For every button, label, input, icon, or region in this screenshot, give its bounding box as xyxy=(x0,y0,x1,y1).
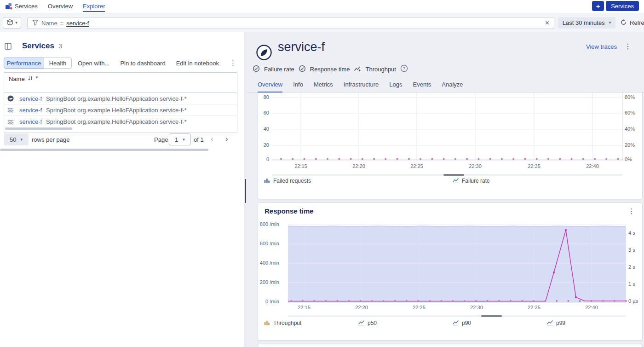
y-axis-tick: 80 xyxy=(258,94,269,101)
app-logo-icon[interactable] xyxy=(4,2,14,11)
y2-axis-tick: 60% xyxy=(625,110,635,116)
detail-menu-button[interactable]: ⋮ xyxy=(624,42,632,51)
sparkline-icon xyxy=(354,65,361,74)
metric-chips: Failure rate Response time Throughput ? xyxy=(253,64,408,74)
legend-item[interactable]: Failure rate xyxy=(453,177,547,185)
query-filter-input[interactable]: Name = service-f × xyxy=(27,17,554,29)
service-title: service-f xyxy=(278,40,325,54)
table-row[interactable]: service-f SpringBoot org.example.HelloFA… xyxy=(4,104,237,116)
x-axis-tick: 22:15 xyxy=(292,163,310,170)
tab-info[interactable]: Info xyxy=(293,81,303,92)
tab-analyze[interactable]: Analyze xyxy=(442,81,463,92)
tab-health[interactable]: Health xyxy=(44,58,72,69)
service-link[interactable]: service-f xyxy=(19,118,44,125)
add-button[interactable]: + xyxy=(592,1,604,11)
service-icon xyxy=(256,44,272,61)
refresh-button[interactable]: Refresh xyxy=(620,17,644,29)
tab-performance[interactable]: Performance xyxy=(4,58,44,69)
clear-filter-button[interactable]: × xyxy=(545,19,549,27)
chart-scrollbar-thumb[interactable] xyxy=(481,315,502,317)
next-page-button[interactable]: › xyxy=(225,134,228,144)
column-name-header[interactable]: Name xyxy=(9,75,25,82)
previous-page-button[interactable]: ‹ xyxy=(211,134,213,144)
x-axis-tick: 22:35 xyxy=(525,304,543,311)
open-with-button[interactable]: Open with... xyxy=(78,60,109,67)
nav-explorer[interactable]: Explorer xyxy=(83,1,105,12)
legend-item[interactable]: p90 xyxy=(453,319,547,327)
chevron-down-icon: ▾ xyxy=(20,138,23,142)
tab-metrics[interactable]: Metrics xyxy=(314,81,333,92)
y-axis-tick: 400 /min xyxy=(258,260,279,266)
tab-infrastructure[interactable]: Infrastructure xyxy=(344,81,379,92)
chart-scrollbar-thumb[interactable] xyxy=(443,174,464,176)
chip-response-time[interactable]: Response time xyxy=(299,65,350,74)
line-chart-icon xyxy=(358,319,364,327)
resize-handle[interactable] xyxy=(245,179,246,203)
time-range-dropdown[interactable]: Last 30 minutes ▾ xyxy=(558,17,615,29)
y-axis-tick: 200 /min xyxy=(258,279,279,286)
x-axis-tick: 22:25 xyxy=(408,163,426,170)
tab-events[interactable]: Events xyxy=(413,81,431,92)
table-row[interactable]: service-f SpringBoot org.example.HelloFA… xyxy=(4,116,237,127)
panel-horizontal-scrollbar[interactable] xyxy=(0,149,208,151)
chip-label: Failure rate xyxy=(264,66,294,73)
x-axis-tick: 22:30 xyxy=(466,163,484,170)
services-list-panel: Services 3 Performance Health Open with.… xyxy=(0,32,244,347)
y-axis-tick: 40 xyxy=(258,126,269,133)
filter-field: Name xyxy=(41,20,58,27)
tab-logs[interactable]: Logs xyxy=(389,81,402,92)
chevron-down-icon: ▾ xyxy=(15,21,17,25)
table-row[interactable]: service-f SpringBoot org.example.HelloFA… xyxy=(4,93,237,104)
help-icon[interactable]: ? xyxy=(400,64,408,74)
chevron-down-icon: ▾ xyxy=(183,138,185,142)
detail-tabs: Overview Info Metrics Infrastructure Log… xyxy=(247,77,644,93)
filter-icon xyxy=(32,19,39,27)
chip-failure-rate[interactable]: Failure rate xyxy=(253,65,294,74)
panel-title: Services xyxy=(22,41,54,51)
rows-per-page-label: rows per page xyxy=(32,136,69,143)
chip-throughput[interactable]: Throughput xyxy=(354,65,396,74)
sort-icon[interactable] xyxy=(28,75,33,82)
svg-text:?: ? xyxy=(403,66,405,71)
page-number-select[interactable]: 1 ▾ xyxy=(169,133,191,145)
page-size-select[interactable]: 50 ▾ xyxy=(4,133,29,145)
x-axis-tick: 22:35 xyxy=(525,163,543,170)
edit-in-notebook-button[interactable]: Edit in notebook xyxy=(176,60,219,67)
chip-label: Throughput xyxy=(365,66,396,73)
view-traces-link[interactable]: View traces xyxy=(586,43,617,50)
response-time-plot[interactable] xyxy=(288,225,626,304)
nav-services[interactable]: Services xyxy=(15,1,38,12)
chevron-down-icon: ▾ xyxy=(609,21,611,25)
service-link[interactable]: service-f xyxy=(19,107,44,114)
service-link[interactable]: service-f xyxy=(19,95,44,102)
legend-item[interactable]: Throughput xyxy=(264,319,358,327)
app: Services Overview Explorer + Services ▾ … xyxy=(0,0,644,347)
y2-axis-tick: 0 µs xyxy=(628,298,638,305)
table-horizontal-scrollbar[interactable] xyxy=(5,127,72,130)
bar-chart-icon xyxy=(264,177,270,185)
x-axis-tick: 22:40 xyxy=(583,163,602,170)
x-axis-tick: 22:25 xyxy=(410,304,428,311)
more-options-button[interactable]: ⋮ xyxy=(230,59,236,67)
nav-overview[interactable]: Overview xyxy=(48,1,73,12)
legend-item[interactable]: p99 xyxy=(547,319,641,327)
pin-to-dashboard-button[interactable]: Pin to dashboard xyxy=(120,60,165,67)
tab-overview[interactable]: Overview xyxy=(258,81,282,93)
primary-nav: Services Overview Explorer xyxy=(15,1,105,12)
failure-rate-card: 80604020080%60%40%20%0%22:1522:2022:2522… xyxy=(258,93,643,199)
failure-chart-plot[interactable] xyxy=(272,93,623,161)
line-chart-icon xyxy=(453,319,459,327)
table-header[interactable]: Name ▾ xyxy=(4,73,237,93)
legend-label: Throughput xyxy=(273,320,301,326)
y2-axis-tick: 0% xyxy=(625,156,632,163)
service-type-icon xyxy=(7,95,14,102)
services-button[interactable]: Services xyxy=(606,1,639,11)
check-circle-icon xyxy=(299,65,306,74)
legend-item[interactable]: Failed requests xyxy=(264,177,358,185)
chip-label: Response time xyxy=(310,66,350,73)
chevron-down-icon[interactable]: ▾ xyxy=(36,75,38,80)
scope-picker-button[interactable]: ▾ xyxy=(3,17,21,29)
refresh-label: Refresh xyxy=(630,19,644,26)
legend-item[interactable]: p50 xyxy=(358,319,453,327)
y-axis-tick: 20 xyxy=(258,142,269,149)
